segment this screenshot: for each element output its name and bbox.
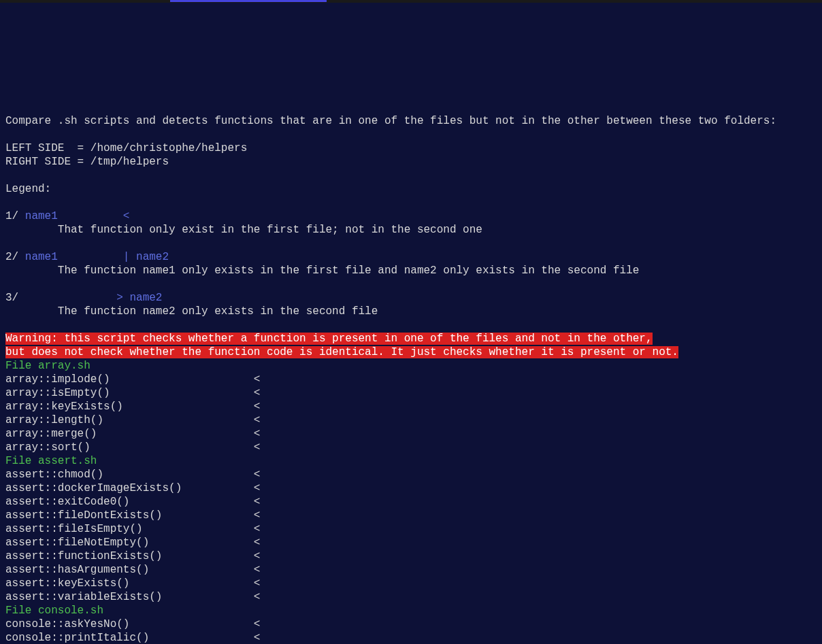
diff-sep: < [254,577,261,590]
diff-left: assert::exitCode0() [5,496,254,508]
diff-left: assert::keyExists() [5,577,254,590]
diff-sep: < [254,387,261,399]
diff-sep: < [254,564,261,576]
diff-sep: < [254,591,261,603]
diff-left: assert::dockerImageExists() [5,482,254,494]
diff-left: assert::chmod() [5,469,254,481]
diff-sep: < [254,632,261,644]
diff-left: assert::fileDontExists() [5,509,254,522]
legend-2-desc: The function name1 only exists in the fi… [5,265,639,277]
diff-left: array::implode() [5,373,254,386]
warning-line-2: but does not check whether the function … [5,346,678,358]
legend-3-desc: The function name2 only exists in the se… [5,305,378,318]
diff-sep: < [254,441,261,454]
right-side-label: RIGHT SIDE = [5,156,91,168]
left-side-path: /home/christophe/helpers [91,142,247,154]
diff-sep: < [254,414,261,426]
legend-2-pattern: name1 | name2 [25,251,169,263]
legend-1-pattern: name1 < [25,210,130,222]
diff-left: array::isEmpty() [5,387,254,399]
diff-sep: < [254,523,261,535]
diff-sep: < [254,550,261,562]
diff-sep: < [254,509,261,522]
diff-sep: < [254,537,261,549]
diff-sep: < [254,469,261,481]
legend-title: Legend: [5,183,51,195]
file-header: File array.sh [5,360,91,372]
file-header: File assert.sh [5,455,97,467]
diff-left: array::sort() [5,441,254,454]
diff-sep: < [254,373,261,386]
diff-left: assert::fileIsEmpty() [5,523,254,535]
left-side-label: LEFT SIDE = [5,142,91,154]
legend-3-pattern: > name2 [25,292,163,304]
right-side-path: /tmp/helpers [91,156,169,168]
warning-line-1: Warning: this script checks whether a fu… [5,333,653,345]
diff-left: assert::fileNotEmpty() [5,537,254,549]
diff-left: array::length() [5,414,254,426]
file-header: File console.sh [5,605,103,617]
compare-line: Compare .sh scripts and detects function… [5,115,776,127]
legend-1-prefix: 1/ [5,210,25,222]
terminal-output: Compare .sh scripts and detects function… [5,114,817,644]
diff-left: console::printItalic() [5,632,254,644]
legend-3-prefix: 3/ [5,292,25,304]
diff-left: array::keyExists() [5,401,254,413]
diff-left: assert::hasArguments() [5,564,254,576]
diff-sep: < [254,428,261,440]
legend-2-prefix: 2/ [5,251,25,263]
diff-sep: < [254,618,261,630]
diff-sep: < [254,496,261,508]
diff-left: assert::functionExists() [5,550,254,562]
legend-1-desc: That function only exist in the first fi… [5,224,482,236]
diff-sep: < [254,401,261,413]
diff-sep: < [254,482,261,494]
diff-left: assert::variableExists() [5,591,254,603]
diff-left: array::merge() [5,428,254,440]
diff-left: console::askYesNo() [5,618,254,630]
